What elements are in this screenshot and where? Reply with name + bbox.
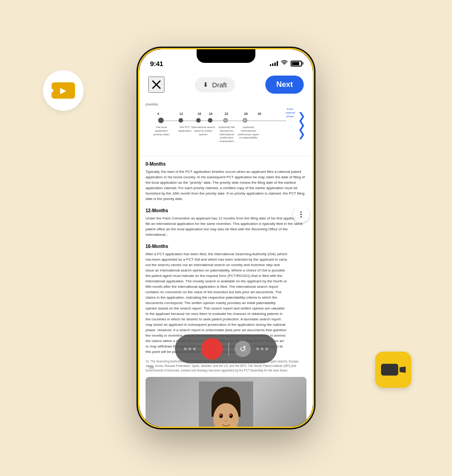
close-button[interactable] — [148, 76, 165, 93]
tl-d0 — [158, 118, 164, 123]
download-icon: ⬇ — [203, 81, 208, 88]
control-track: ↺ — [175, 334, 277, 363]
video-badge — [375, 352, 411, 388]
document-area: (months) 4 12 16 18 22 28 — [139, 97, 313, 427]
record-button[interactable] — [201, 338, 223, 360]
svg-point-24 — [225, 420, 227, 422]
tl-d22 — [223, 118, 228, 123]
month-30: 30 — [258, 112, 261, 115]
signal-icon — [270, 61, 278, 66]
svg-point-13 — [301, 216, 302, 218]
notch — [197, 49, 255, 63]
rotate-button[interactable]: ↺ — [235, 341, 251, 357]
section-0-text: Typically, the start of the PCT applicat… — [146, 169, 306, 202]
tl-label-16: International search report & written op… — [191, 126, 216, 136]
svg-point-12 — [301, 214, 302, 215]
status-time: 9:41 — [150, 60, 163, 67]
month-22: 22 — [225, 112, 228, 115]
svg-point-22 — [220, 414, 222, 416]
right-toolbar — [293, 207, 309, 223]
more-toolbar-btn[interactable] — [293, 207, 309, 223]
months-label: (months) — [146, 103, 306, 106]
section-0-months: 0-Months Typically, the start of the PCT… — [139, 156, 313, 207]
month-28: 28 — [244, 112, 248, 115]
ctrl-dots-right — [256, 347, 268, 350]
section-12-text: Under the Paris Convention an applicant … — [146, 216, 306, 238]
timeline-section: (months) 4 12 16 18 22 28 — [139, 97, 313, 156]
month-18: 18 — [209, 112, 212, 115]
camera-body — [381, 364, 398, 376]
section-0-title: 0-Months — [146, 161, 306, 167]
draft-label: Draft — [212, 81, 227, 89]
camera-preview — [146, 377, 306, 427]
national-phase-label: Enter national phase — [284, 108, 297, 118]
month-16: 16 — [198, 112, 201, 115]
svg-point-11 — [301, 211, 302, 213]
camera-lens — [400, 367, 406, 373]
tl-d12 — [179, 118, 183, 123]
month-4: 4 — [157, 112, 159, 115]
tl-d16 — [196, 118, 201, 123]
next-button[interactable]: Next — [265, 76, 304, 94]
section-16-title: 16-Months — [146, 243, 306, 250]
section-12-months: 12-Months Under the Paris Convention an … — [139, 207, 313, 242]
ctrl-dots-left — [184, 347, 196, 350]
month-12: 12 — [179, 112, 183, 115]
tl-label-0: File local application (priority date) — [150, 126, 173, 136]
top-action-bar: ⬇ Draft Next — [139, 72, 313, 97]
ticket-badge — [43, 70, 84, 111]
capture-area — [146, 377, 306, 427]
face-illustration — [199, 381, 253, 427]
tl-label-22: (optional) File demand for international… — [214, 126, 239, 143]
section-12-title: 12-Months — [146, 207, 306, 214]
battery-icon — [291, 61, 302, 67]
ctrl-separator — [228, 342, 229, 356]
status-icons — [270, 60, 302, 67]
svg-point-23 — [230, 414, 232, 416]
phone-frame: 9:41 — [138, 48, 314, 428]
draft-control[interactable]: ⬇ Draft — [195, 77, 235, 92]
scene: 9:41 — [0, 0, 452, 476]
tl-d18 — [208, 118, 212, 123]
phone-inner: 9:41 — [139, 49, 313, 427]
camera-icon — [381, 364, 406, 376]
tl-label-28: (optional) International preliminary rep… — [236, 126, 261, 140]
capture-controls: ↺ — [139, 334, 313, 363]
national-phase-arrows: ❯❯❯ — [298, 111, 306, 138]
wifi-icon — [281, 60, 288, 67]
tl-d28 — [243, 118, 247, 123]
page-number: 34 — [149, 365, 154, 370]
ticket-icon — [52, 82, 75, 99]
